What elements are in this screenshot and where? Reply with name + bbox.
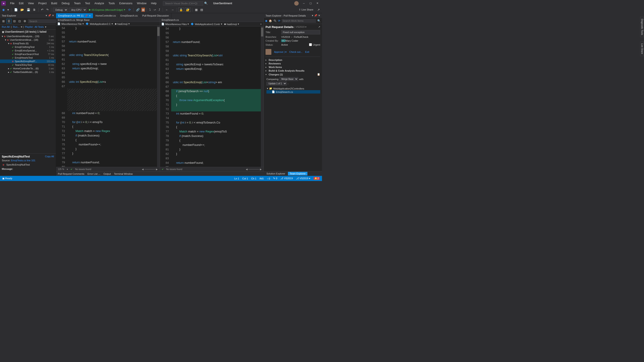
te-back-icon[interactable]: ◉	[265, 19, 267, 22]
te-home-icon[interactable]: 🏠	[269, 19, 272, 22]
menu-tools[interactable]: Tools	[106, 1, 117, 6]
lock2-icon[interactable]: 🔐	[185, 7, 191, 12]
list-icon[interactable]: ☰	[6, 19, 12, 23]
windows-icon[interactable]: ▦	[194, 7, 198, 12]
te-close-icon[interactable]: ✕	[318, 14, 320, 17]
crumb-member[interactable]: ◆ hasEmoji ▾	[115, 22, 130, 25]
test-row[interactable]: ✔TearsOfJoyTest10 ms	[0, 63, 56, 67]
share-icon[interactable]: ↗	[316, 7, 321, 12]
editor-tab[interactable]: HomeController.cs	[93, 13, 118, 18]
crumb-member-r[interactable]: ◆ hasEmoji ▾	[224, 22, 239, 26]
te-search-icon[interactable]: 🔍	[317, 19, 321, 22]
pr-section[interactable]: ▸Description	[266, 58, 320, 62]
open-icon[interactable]: 📂	[20, 7, 25, 12]
browser-link-icon[interactable]: 🔗	[135, 7, 140, 12]
te-dropdown-icon[interactable]: ▾	[312, 14, 313, 17]
minimize-button[interactable]: ─	[300, 1, 307, 5]
crumb-namespace-r[interactable]: 🔷 WebApplication2.Contr ▾	[191, 22, 222, 26]
sync-up[interactable]: ↑ 0	[267, 177, 270, 180]
scrollbar-left[interactable]	[157, 26, 160, 167]
platform-select[interactable]: Any CPU	[69, 7, 87, 12]
menu-test[interactable]: Test	[83, 1, 92, 6]
code-right[interactable]: 5455565758596061626364656667686970717273…	[160, 26, 264, 167]
run-button[interactable]: ▶ IIS Express (Microsoft Edge) ▾	[88, 8, 126, 12]
editor-tab[interactable]: EmojiSearch.cs	[118, 13, 140, 18]
step-out-icon[interactable]: ⤴	[158, 7, 161, 12]
changes-action-icon[interactable]: 📋	[317, 73, 320, 76]
compare-base-select[interactable]: Merge Base	[280, 77, 298, 81]
test-row[interactable]: ⊗SpecificEmojiNullT...153 ms	[0, 59, 56, 63]
menu-debug[interactable]: Debug	[60, 1, 72, 6]
step-into-icon[interactable]: ⤵	[148, 7, 152, 12]
pin-icon[interactable]: 📌	[48, 14, 51, 17]
user-avatar[interactable]	[294, 1, 299, 5]
pr-section[interactable]: ▸Reviewers	[266, 62, 320, 65]
settings-icon[interactable]: ⚙	[23, 19, 27, 23]
menu-analyze[interactable]: Analyze	[92, 1, 106, 6]
approve-button[interactable]: Approve | ▾	[274, 51, 286, 53]
refresh-icon[interactable]: ⟳	[128, 7, 132, 12]
menu-extensions[interactable]: Extensions	[117, 1, 134, 6]
copy-all-link[interactable]: Copy All	[45, 155, 54, 158]
changed-file-row[interactable]: 📄 EmojiSearch.cs	[266, 90, 320, 94]
menu-window[interactable]: Window	[135, 1, 148, 6]
output-tab[interactable]: Output	[103, 173, 111, 175]
toggle-icon[interactable]: ▦	[142, 7, 145, 12]
hierarchy-icon[interactable]: ⊟	[12, 19, 16, 23]
test-row[interactable]: ✔EmojiExtraSpecial...< 1 ms	[0, 49, 56, 52]
group-icon[interactable]: ⊞	[1, 19, 6, 23]
pr-title-input[interactable]	[281, 30, 320, 34]
branch-indicator[interactable]: ⎇ VS2019	[280, 177, 293, 180]
pin-icon[interactable]: 📌	[85, 14, 88, 17]
close-tab-icon[interactable]: ✕	[89, 14, 91, 17]
dropdown-icon[interactable]: ▾	[46, 14, 47, 17]
menu-team[interactable]: Team	[72, 1, 82, 6]
menu-help[interactable]: Help	[149, 1, 159, 6]
test-row[interactable]: ▾ ⊗UserSentimentAnalysis... (18)1 sec	[0, 34, 56, 38]
menu-project[interactable]: Project	[36, 1, 48, 6]
output-tab[interactable]: Terminal Window	[114, 173, 133, 175]
close-panel-icon[interactable]: ✕	[52, 14, 54, 17]
exit-button[interactable]: Exit	[305, 51, 309, 53]
urgent-checkbox[interactable]	[309, 43, 312, 46]
notifications[interactable]: 🔔2	[314, 177, 320, 180]
menu-view[interactable]: View	[26, 1, 36, 6]
run-link[interactable]: Run...	[13, 25, 20, 28]
close-button[interactable]: ✕	[314, 1, 321, 5]
te-search-input[interactable]	[282, 19, 316, 23]
menu-edit[interactable]: Edit	[17, 1, 26, 6]
editor-tab[interactable]: EmojiSearch.cs: PR 11 📌 ✕	[56, 13, 93, 18]
add-tab-icon[interactable]: ＋	[260, 22, 262, 26]
lock1-icon[interactable]: 🔒	[178, 7, 184, 12]
save-all-icon[interactable]: 🗎	[32, 7, 37, 12]
test-row[interactable]: ✔EmojiFaceSearchTest77 ms	[0, 52, 56, 56]
te-plug-icon[interactable]: 🔌	[274, 19, 277, 22]
live-share-button[interactable]: ⇪ Live Share	[297, 8, 314, 12]
pr-section[interactable]: ▸Build & Code Analysis Results	[266, 69, 320, 72]
next-icon[interactable]: →	[170, 7, 175, 12]
scrollbar-right[interactable]	[261, 26, 264, 167]
maximize-button[interactable]: ▢	[307, 1, 314, 5]
new-project-icon[interactable]: 📄	[13, 7, 18, 12]
step-over-icon[interactable]: ⤻	[152, 7, 157, 12]
editor-tab[interactable]: Pull Request Discussion	[140, 13, 172, 18]
checkout-button[interactable]: Check out...	[289, 51, 302, 53]
code-left[interactable]: 5455565758596061626364656667686970717273…	[56, 26, 160, 167]
prev-icon[interactable]: ←	[164, 7, 169, 12]
popout-icon[interactable]: ↗	[318, 25, 320, 28]
fwd-nav-icon[interactable]: ▾	[6, 7, 10, 12]
filter-icon[interactable]: ⊡	[18, 19, 22, 23]
test-row[interactable]: ✔EmojiHeartsTest1 ms	[0, 56, 56, 59]
test-row[interactable]: ▾ ⊗UserSentimentAnal... (18)1 sec	[0, 38, 56, 42]
test-row[interactable]: ▸ ✔HomeControllerTe... (6)1 sec	[0, 67, 56, 70]
search-icon[interactable]: 🔍	[203, 1, 208, 5]
crumb-project-r[interactable]: 📄 Miscellaneous Files ▾	[161, 22, 189, 26]
menu-file[interactable]: File	[8, 1, 16, 6]
team-explorer-tab[interactable]: Team Explorer	[288, 172, 308, 176]
crumb-project[interactable]: 📄 Miscellaneous File ▾	[57, 22, 84, 25]
test-row[interactable]: ▾ ⊗EmojiTests (6)244 ms	[0, 42, 56, 45]
sync-edit[interactable]: ✎ 0	[273, 177, 277, 180]
output-tab[interactable]: Error List ...	[88, 173, 100, 175]
back-nav-icon[interactable]: ◉	[1, 7, 6, 12]
te-pin-icon[interactable]: 📌	[314, 14, 317, 17]
